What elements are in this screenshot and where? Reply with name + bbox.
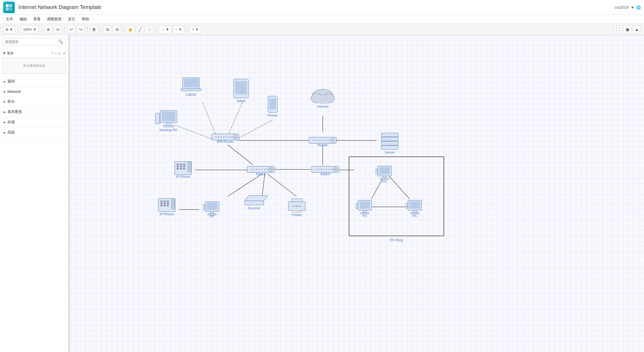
scratchpad-title[interactable]: ▼ 笔本 — [3, 51, 14, 56]
scratchpad-drop-zone: 把元素拖至此处 — [3, 58, 66, 74]
scratchpad-edit-button[interactable]: ✏ — [58, 51, 61, 55]
svg-point-107 — [331, 169, 333, 170]
shape-button[interactable]: □ — [145, 26, 153, 34]
zoom-out-button[interactable]: ⊖ — [54, 26, 62, 34]
desktop-pc-node[interactable]: Desktop PC — [155, 111, 178, 132]
pc-ring-pc1-node[interactable]: PC — [375, 166, 391, 183]
undo-icon: ↩ — [70, 27, 73, 32]
svg-rect-42 — [155, 113, 160, 124]
scratchpad-add-button[interactable]: + — [55, 51, 57, 55]
globe-icon[interactable]: 🌐 — [636, 5, 641, 9]
undo-button[interactable]: ↩ — [67, 26, 75, 34]
svg-rect-128 — [203, 204, 205, 210]
add-button[interactable]: + ▼ — [190, 26, 201, 34]
scratchpad-help-button[interactable]: ? — [51, 51, 53, 55]
svg-rect-133 — [292, 199, 302, 202]
fill-color-button[interactable]: ◆ — [126, 26, 134, 34]
svg-point-102 — [318, 169, 319, 170]
svg-line-5 — [203, 103, 216, 136]
paste-button[interactable]: ⧉ — [113, 26, 121, 34]
server-node[interactable]: Server — [381, 133, 398, 154]
switch2-node[interactable]: Switch — [312, 166, 339, 176]
section-basic-shapes-header[interactable]: ▶ 基本图形 — [0, 107, 68, 117]
section-arrows-header[interactable]: ▶ 箭头 — [0, 97, 68, 107]
svg-rect-153 — [406, 203, 407, 209]
section-misc-header[interactable]: ▶ 杂项 — [0, 117, 68, 127]
svg-point-106 — [329, 169, 330, 170]
line-color-button[interactable]: ╱ — [136, 26, 144, 34]
zoom-out-icon: ⊖ — [56, 27, 60, 32]
svg-text:Tablet: Tablet — [236, 99, 246, 103]
section-advanced-label: 高级 — [7, 130, 15, 135]
waypoint-button[interactable]: ⌐ ▼ — [173, 26, 184, 34]
copy-button[interactable]: ⧉ — [104, 26, 111, 34]
switch1-node[interactable]: Switch — [247, 166, 275, 176]
svg-point-62 — [326, 140, 327, 141]
pc-ring-pc2-node[interactable]: PC — [356, 200, 372, 218]
redo-button[interactable]: ↪ — [77, 26, 85, 34]
toolbar-separator-1 — [18, 26, 18, 33]
fullscreen-button[interactable]: ⛶ — [614, 26, 622, 34]
menu-view[interactable]: 查看 — [31, 16, 43, 23]
svg-rect-151 — [413, 210, 416, 212]
search-input[interactable] — [5, 40, 58, 44]
internet-node[interactable]: Internet — [311, 89, 334, 108]
pc-ring-pc3-node[interactable]: PC — [406, 200, 422, 218]
tablet-node[interactable]: Tablet — [234, 79, 248, 103]
search-icon[interactable]: 🔍 — [58, 39, 63, 44]
view-toggle-button[interactable]: ⊞ ▼ — [3, 26, 15, 34]
svg-point-105 — [326, 169, 327, 170]
section-advanced-header[interactable]: ▶ 高级 — [0, 127, 68, 137]
svg-rect-31 — [269, 98, 276, 109]
svg-line-12 — [228, 145, 253, 165]
menu-edit[interactable]: 编辑 — [17, 16, 30, 23]
svg-rect-78 — [180, 164, 182, 165]
svg-text:Desktop PC: Desktop PC — [159, 128, 178, 132]
menu-file[interactable]: 文件 — [3, 16, 16, 23]
section-misc: ▶ 杂项 — [0, 117, 68, 127]
section-arrows-arrow: ▶ — [4, 100, 6, 103]
phone-node[interactable]: Phone — [268, 96, 278, 117]
svg-text:IP Phone: IP Phone — [176, 175, 190, 179]
diagram-svg: Laptop Tablet Phone Internet — [70, 35, 644, 352]
collapse-button[interactable]: ▲ — [633, 26, 641, 34]
svg-text:PC: PC — [382, 179, 387, 183]
svg-rect-25 — [181, 89, 201, 91]
svg-rect-121 — [167, 205, 169, 206]
panel-button[interactable]: ▣ — [623, 26, 631, 34]
wifi-router-node[interactable]: Wifi Router — [212, 134, 239, 144]
section-network-header[interactable]: ▶ Network — [0, 87, 68, 96]
svg-rect-141 — [375, 169, 377, 174]
zoom-level-button[interactable]: 100% ▼ — [21, 26, 39, 34]
canvas-area[interactable]: Laptop Tablet Phone Internet — [70, 35, 644, 352]
section-basic-shapes-arrow: ▶ — [4, 111, 6, 113]
scratchpad-close-button[interactable]: ✕ — [63, 51, 66, 55]
ip-phone2-node[interactable]: IP Phone — [158, 198, 175, 216]
menu-extra[interactable]: 其它 — [65, 16, 78, 23]
delete-button[interactable]: 🗑 — [90, 26, 98, 34]
connector-button[interactable]: → ▼ — [159, 26, 172, 34]
section-general-arrow: ▶ — [4, 80, 6, 83]
router-node[interactable]: Router — [309, 137, 336, 147]
svg-text:PC: PC — [412, 214, 417, 218]
section-general-header[interactable]: ▶ 通用 — [0, 77, 68, 87]
toolbar-separator-4 — [87, 26, 87, 33]
svg-text:Server: Server — [385, 150, 395, 154]
user-dropdown-icon[interactable]: ▼ — [631, 5, 634, 9]
laptop-node[interactable]: Laptop — [181, 78, 201, 96]
scanner-node[interactable]: Scanner — [245, 196, 268, 210]
svg-text:Switch: Switch — [256, 172, 266, 176]
svg-line-6 — [228, 103, 242, 136]
svg-rect-79 — [183, 164, 185, 165]
ip-phone1-node[interactable]: IP Phone — [175, 161, 192, 179]
section-network-label: Network — [7, 89, 21, 94]
zoom-in-button[interactable]: ⊕ — [44, 26, 52, 34]
menu-format[interactable]: 调整图形 — [44, 16, 64, 23]
svg-line-21 — [386, 173, 409, 199]
main-layout: 🔍 ▼ 笔本 ? + ✏ ✕ 把元素拖至此处 ▶ 通用 — [0, 35, 644, 352]
svg-rect-80 — [177, 166, 179, 167]
svg-rect-122 — [172, 198, 175, 209]
pc-lower-node[interactable]: PC — [203, 202, 219, 218]
printer-node[interactable]: Printer — [289, 199, 305, 217]
menu-help[interactable]: 帮助 — [79, 16, 92, 23]
